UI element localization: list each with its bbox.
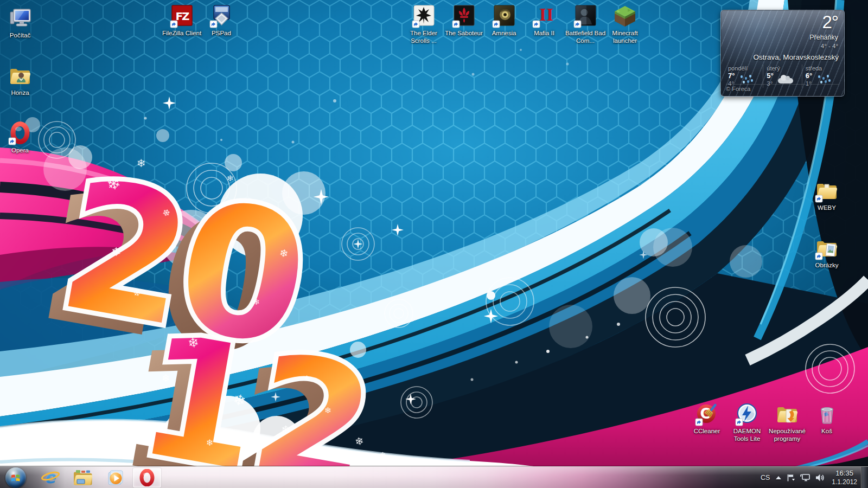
pspad-icon <box>209 4 233 28</box>
desktop-icon-filezilla[interactable]: FZ FileZilla Client <box>161 4 203 37</box>
clock-date: 1.1.2012 <box>832 478 857 486</box>
elder-scrolls-icon <box>412 4 436 28</box>
desktop-icon-minecraft[interactable]: Minecraft launcher <box>604 4 646 44</box>
filezilla-glyph: FZ <box>175 10 189 23</box>
ie-icon: e <box>41 468 60 487</box>
icon-label: CCleaner <box>686 427 728 435</box>
taskbar-opera-button-active[interactable] <box>133 468 161 487</box>
wmp-icon <box>106 468 125 487</box>
show-desktop-button[interactable] <box>861 467 868 488</box>
opera-icon <box>138 469 156 486</box>
weather-gadget[interactable]: 2° Přeháňky 4° - 4° Ostrava, Moravskosle… <box>720 10 845 97</box>
saboteur-icon <box>452 4 476 28</box>
pictures-folder-icon <box>815 236 839 260</box>
desktop-icon-computer[interactable]: Počítač <box>0 7 41 39</box>
svg-text:❄: ❄ <box>281 423 291 436</box>
icon-label: The Saboteur <box>443 29 485 37</box>
svg-text:❄: ❄ <box>111 245 121 259</box>
weather-provider: © Foreca <box>726 84 839 95</box>
icon-label: DAEMON Tools Lite <box>726 427 768 442</box>
computer-icon <box>8 7 32 30</box>
volume-icon[interactable] <box>815 473 825 482</box>
icon-label: FileZilla Client <box>161 29 203 37</box>
icon-label: Nepoužívané programy <box>766 427 808 442</box>
icon-label: Počítač <box>0 31 41 39</box>
taskbar-explorer-button[interactable] <box>73 468 93 487</box>
tray-clock[interactable]: 16:35 1.1.2012 <box>832 469 857 486</box>
temperature-range: 4° - 4° <box>821 43 838 49</box>
network-icon[interactable] <box>800 473 810 482</box>
filezilla-icon: FZ <box>170 4 194 28</box>
icon-label: Opera <box>0 146 41 154</box>
desktop-icon-user-folder[interactable]: Honza <box>0 64 41 97</box>
icon-label: Amnesia <box>483 29 525 37</box>
daemon-tools-icon <box>735 402 759 426</box>
svg-text:❄: ❄ <box>253 297 260 307</box>
icon-label: Obrázky <box>806 261 848 269</box>
unused-programs-folder-icon <box>775 402 799 426</box>
desktop[interactable]: 20 20 20 12 12 12 ❄ ❄ ❄ ❄ ❄ ❄ ❄ ❄ ❄ ❄ ❄ … <box>0 0 868 488</box>
desktop-icon-weby-folder[interactable]: WEBY <box>806 179 848 211</box>
desktop-icon-unused-programs-folder[interactable]: Nepoužívané programy <box>766 402 808 442</box>
desktop-icon-daemon-tools[interactable]: DAEMON Tools Lite <box>726 402 768 442</box>
recycle-bin-icon <box>815 402 839 426</box>
desktop-icon-elder-scrolls[interactable]: The Elder Scrolls ... <box>403 4 445 44</box>
icon-label: WEBY <box>806 204 848 211</box>
start-button[interactable] <box>5 467 26 488</box>
svg-text:❄: ❄ <box>137 157 146 170</box>
system-tray: CS 16:35 1.1.2012 <box>760 467 857 488</box>
current-temperature: 2° <box>822 12 838 33</box>
action-center-flag-icon[interactable] <box>786 473 795 482</box>
amnesia-icon <box>492 4 516 28</box>
desktop-icon-recycle-bin[interactable]: Koš <box>806 402 848 435</box>
taskbar-ie-button[interactable]: e <box>40 468 61 487</box>
desktop-icon-ccleaner[interactable]: C CCleaner <box>686 402 728 435</box>
svg-text:❄: ❄ <box>429 457 434 465</box>
desktop-icon-pspad[interactable]: PSPad <box>200 4 242 37</box>
icon-label: PSPad <box>200 29 242 37</box>
folder-icon <box>815 179 839 203</box>
clock-time: 16:35 <box>832 469 857 478</box>
icon-label: Mafia II <box>523 29 565 37</box>
weather-condition: Přeháňky <box>809 34 838 41</box>
mafia2-icon: II <box>532 4 556 28</box>
mafia-glyph: II <box>539 4 553 24</box>
taskbar-wmp-button[interactable] <box>105 468 126 487</box>
desktop-icon-opera[interactable]: Opera <box>0 121 41 154</box>
icon-label: Battlefield Bad Com... <box>564 29 607 44</box>
svg-text:❄: ❄ <box>227 174 234 183</box>
icon-label: Honza <box>0 89 41 97</box>
language-indicator[interactable]: CS <box>760 474 771 481</box>
desktop-icon-battlefield[interactable]: Battlefield Bad Com... <box>564 4 607 44</box>
svg-text:❄: ❄ <box>380 451 386 459</box>
weather-location: Ostrava, Moravskoslezský <box>753 53 839 61</box>
svg-text:❄: ❄ <box>304 374 310 382</box>
opera-icon <box>8 121 32 145</box>
battlefield-icon <box>573 4 597 28</box>
svg-text:❄: ❄ <box>206 438 213 448</box>
desktop-icon-amnesia[interactable]: Amnesia <box>483 4 525 37</box>
desktop-icon-pictures-folder[interactable]: Obrázky <box>806 236 848 269</box>
icon-label: Minecraft launcher <box>604 29 646 44</box>
user-folder-icon <box>8 64 32 88</box>
windows-logo-icon <box>10 473 21 483</box>
svg-text:❄: ❄ <box>162 372 170 384</box>
minecraft-icon <box>613 4 637 28</box>
ccleaner-icon: C <box>695 402 719 426</box>
desktop-icon-saboteur[interactable]: The Saboteur <box>443 4 485 37</box>
desktop-icon-mafia2[interactable]: II Mafia II <box>523 4 565 37</box>
taskbar: e <box>0 466 868 488</box>
icon-label: The Elder Scrolls ... <box>403 29 445 44</box>
explorer-folder-icon <box>73 468 93 487</box>
show-hidden-icons-arrow[interactable] <box>776 476 781 479</box>
svg-text:❄: ❄ <box>324 406 331 415</box>
icon-label: Koš <box>806 427 848 435</box>
